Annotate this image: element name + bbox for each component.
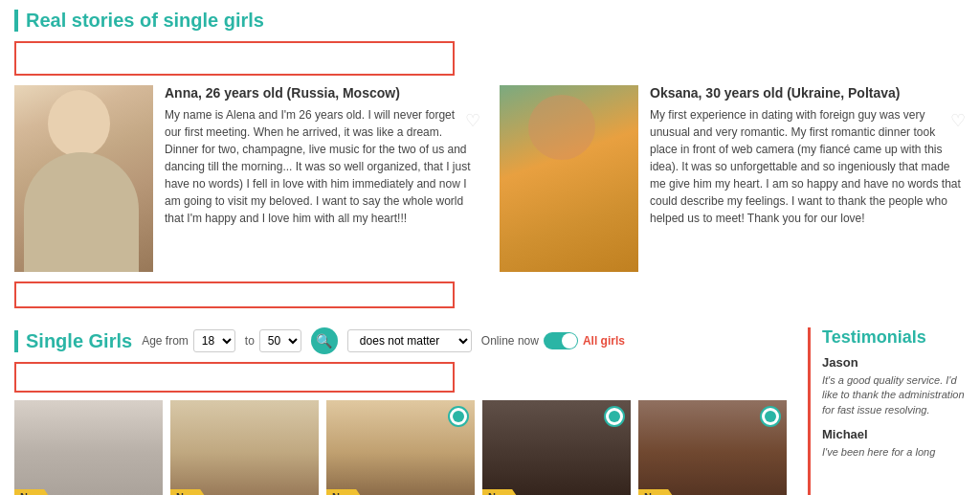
all-girls-link[interactable]: All girls <box>583 334 625 348</box>
girls-header: Single Girls Age from 18 to 50 🔍 <box>14 327 808 354</box>
girl-card-5[interactable]: New <box>638 400 787 495</box>
online-dot-3 <box>453 411 464 422</box>
girl-card-4[interactable]: New <box>482 400 631 495</box>
online-indicator-4 <box>604 406 625 427</box>
girls-grid: New New New New <box>14 400 808 495</box>
online-dot-5 <box>765 411 776 422</box>
does-not-matter-select[interactable]: does not matter <box>347 329 472 352</box>
stories-search-bar[interactable] <box>14 41 455 76</box>
testimonial-jason-name: Jason <box>822 355 966 370</box>
new-badge-5: New <box>638 489 674 495</box>
girls-search-bar[interactable] <box>14 362 455 393</box>
toggle-knob <box>562 333 577 349</box>
online-indicator-3 <box>448 406 469 427</box>
single-girls-section: Single Girls Age from 18 to 50 🔍 <box>0 323 980 495</box>
new-badge-2: New <box>170 489 206 495</box>
age-to-label: to <box>245 334 255 348</box>
testimonials-sidebar: Testimonials Jason It's a good quality s… <box>808 327 966 495</box>
stories-container: Anna, 26 years old (Russia, Moscow) ♡ My… <box>14 85 966 272</box>
age-to-filter: to 50 <box>245 329 301 352</box>
girls-main: Single Girls Age from 18 to 50 🔍 <box>14 327 808 495</box>
story-oksana-heart[interactable]: ♡ <box>950 110 966 131</box>
single-girls-title: Single Girls <box>14 330 132 352</box>
story-anna-name: Anna, 26 years old (Russia, Moscow) <box>165 85 480 101</box>
testimonials-title: Testimonials <box>822 327 966 348</box>
online-toggle-group: Online now All girls <box>481 332 625 349</box>
real-stories-title: Real stories of single girls <box>14 10 966 32</box>
story-oksana: Oksana, 30 years old (Ukraine, Poltava) … <box>500 85 966 272</box>
age-from-filter: Age from 18 <box>142 329 235 352</box>
story-anna-text: My name is Alena and I'm 26 years old. I… <box>165 106 480 227</box>
story-oksana-content: Oksana, 30 years old (Ukraine, Poltava) … <box>650 85 966 272</box>
story-anna-photo <box>14 85 153 272</box>
girl-card-3[interactable]: New <box>326 400 475 495</box>
page-wrapper: Real stories of single girls Anna, 26 ye… <box>0 0 980 495</box>
story-oksana-text: My first experience in dating with forei… <box>650 106 966 227</box>
new-badge-3: New <box>326 489 362 495</box>
testimonial-michael-text: I've been here for a long <box>822 445 966 460</box>
search-button[interactable]: 🔍 <box>311 327 338 354</box>
testimonial-jason-text: It's a good quality service. I'd like to… <box>822 373 966 417</box>
online-dot-4 <box>609 411 620 422</box>
story-oksana-name: Oksana, 30 years old (Ukraine, Poltava) <box>650 85 966 101</box>
testimonial-michael-name: Michael <box>822 427 966 441</box>
new-badge-1: New <box>14 489 50 495</box>
age-from-label: Age from <box>142 334 189 348</box>
new-badge-4: New <box>482 489 518 495</box>
story-anna-content: Anna, 26 years old (Russia, Moscow) ♡ My… <box>165 85 480 272</box>
stories-divider-bar[interactable] <box>14 281 455 308</box>
girl-card-1[interactable]: New <box>14 400 163 495</box>
online-now-label: Online now <box>481 334 539 348</box>
online-toggle-switch[interactable] <box>544 332 578 349</box>
story-anna: Anna, 26 years old (Russia, Moscow) ♡ My… <box>14 85 480 272</box>
real-stories-section: Real stories of single girls Anna, 26 ye… <box>0 0 980 323</box>
story-anna-heart[interactable]: ♡ <box>465 110 480 131</box>
online-indicator-5 <box>760 406 781 427</box>
age-to-select[interactable]: 50 <box>259 329 301 352</box>
girl-card-2[interactable]: New <box>170 400 319 495</box>
story-oksana-photo <box>500 85 638 272</box>
age-from-select[interactable]: 18 <box>193 329 235 352</box>
search-icon: 🔍 <box>316 333 332 349</box>
